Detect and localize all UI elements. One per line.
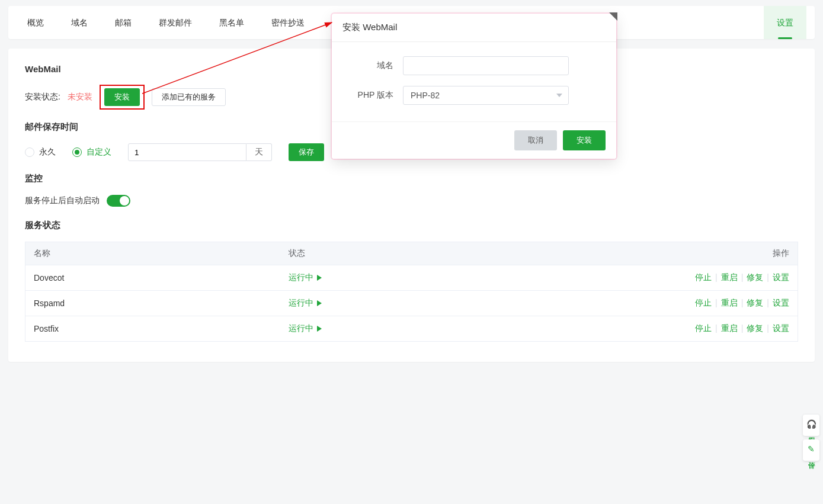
- svc-ops: 停止|重启|修复|设置: [628, 316, 798, 342]
- svc-stop-link[interactable]: 停止: [695, 298, 712, 307]
- svc-settings-link[interactable]: 设置: [773, 272, 789, 282]
- dialog-cancel-button[interactable]: 取消: [514, 130, 557, 150]
- radio-forever-label: 永久: [39, 147, 56, 158]
- separator: |: [767, 298, 769, 307]
- retention-value-input[interactable]: [128, 143, 246, 161]
- tab-blacklist[interactable]: 黑名单: [209, 6, 255, 39]
- tab-domain[interactable]: 域名: [60, 6, 98, 39]
- install-webmail-dialog: 安装 WebMail 域名 PHP 版本 PHP-82 取消 安装: [332, 14, 616, 159]
- dialog-domain-label: 域名: [346, 60, 403, 71]
- add-existing-button[interactable]: 添加已有的服务: [152, 88, 226, 106]
- svc-status-cell: 运行中: [280, 316, 628, 342]
- play-icon: [317, 275, 322, 281]
- svc-name: Dovecot: [25, 265, 280, 291]
- auto-restart-toggle[interactable]: [107, 195, 130, 207]
- svc-name: Postfix: [25, 316, 280, 342]
- dialog-domain-input[interactable]: [403, 56, 569, 75]
- tab-overview[interactable]: 概览: [17, 6, 55, 39]
- dialog-title-text: 安装 WebMail: [342, 22, 397, 32]
- svc-settings-link[interactable]: 设置: [773, 323, 789, 333]
- headset-icon: 🎧: [806, 419, 816, 429]
- install-button-highlight: 安装: [100, 85, 145, 110]
- svc-stop-link[interactable]: 停止: [695, 323, 712, 333]
- radio-dot-icon: [25, 147, 34, 157]
- install-status-label: 安装状态:: [25, 92, 60, 102]
- separator: |: [715, 298, 718, 307]
- dialog-php-value: PHP-82: [411, 91, 440, 100]
- play-icon: [317, 300, 322, 306]
- tab-bulk[interactable]: 群发邮件: [148, 6, 203, 39]
- table-row: Rspamd运行中停止|重启|修复|设置: [25, 291, 798, 316]
- chevron-down-icon: [556, 94, 562, 97]
- svc-settings-link[interactable]: 设置: [773, 298, 789, 307]
- col-name: 名称: [25, 242, 280, 265]
- svcstatus-title: 服务状态: [25, 220, 798, 231]
- svc-restart-link[interactable]: 重启: [721, 298, 738, 307]
- svc-repair-link[interactable]: 修复: [747, 323, 763, 333]
- feedback-tile[interactable]: ✎ 评价: [803, 439, 819, 461]
- svc-ops: 停止|重启|修复|设置: [628, 291, 798, 316]
- radio-dot-icon: [72, 147, 82, 157]
- separator: |: [767, 323, 769, 333]
- status-text: 运行中: [289, 272, 313, 283]
- monitor-title: 监控: [25, 173, 798, 184]
- play-icon: [317, 326, 322, 332]
- svc-stop-link[interactable]: 停止: [695, 272, 712, 282]
- edit-icon: ✎: [808, 444, 815, 454]
- svc-status-cell: 运行中: [280, 291, 628, 316]
- auto-restart-label: 服务停止后自动启动: [25, 195, 100, 206]
- retention-unit: 天: [246, 143, 272, 161]
- col-status: 状态: [280, 242, 628, 265]
- col-op: 操作: [628, 242, 798, 265]
- separator: |: [741, 323, 744, 333]
- status-text: 运行中: [289, 323, 313, 334]
- dialog-close-icon[interactable]: [609, 12, 617, 21]
- separator: |: [767, 272, 769, 282]
- tab-settings[interactable]: 设置: [777, 6, 793, 39]
- status-text: 运行中: [289, 298, 313, 309]
- dialog-php-select[interactable]: PHP-82: [403, 86, 569, 105]
- tab-mailbox[interactable]: 邮箱: [104, 6, 142, 39]
- dialog-title: 安装 WebMail: [332, 14, 616, 42]
- radio-custom-label: 自定义: [87, 147, 111, 158]
- separator: |: [715, 272, 718, 282]
- retention-save-button[interactable]: 保存: [289, 143, 324, 161]
- table-row: Dovecot运行中停止|重启|修复|设置: [25, 265, 798, 291]
- separator: |: [715, 323, 718, 333]
- tab-settings-wrap: 设置: [764, 6, 806, 39]
- table-row: Postfix运行中停止|重启|修复|设置: [25, 316, 798, 342]
- svc-repair-link[interactable]: 修复: [747, 272, 763, 282]
- install-status-value: 未安装: [68, 92, 92, 102]
- retention-input-group: 天: [128, 143, 272, 161]
- svc-status-cell: 运行中: [280, 265, 628, 291]
- svc-name: Rspamd: [25, 291, 280, 316]
- status-running: 运行中: [289, 298, 322, 309]
- svc-restart-link[interactable]: 重启: [721, 272, 738, 282]
- radio-forever[interactable]: 永久: [25, 147, 56, 158]
- status-running: 运行中: [289, 272, 322, 283]
- tab-bcc[interactable]: 密件抄送: [261, 6, 315, 39]
- support-tile[interactable]: 🎧 客服: [803, 415, 819, 436]
- dialog-confirm-button[interactable]: 安装: [563, 130, 606, 150]
- svc-restart-link[interactable]: 重启: [721, 323, 738, 333]
- separator: |: [741, 272, 744, 282]
- svc-ops: 停止|重启|修复|设置: [628, 265, 798, 291]
- install-button[interactable]: 安装: [104, 88, 140, 106]
- float-tiles: 🎧 客服 ✎ 评价: [803, 415, 819, 461]
- status-running: 运行中: [289, 323, 322, 334]
- radio-custom[interactable]: 自定义: [72, 147, 111, 158]
- separator: |: [741, 298, 744, 307]
- services-table: 名称 状态 操作 Dovecot运行中停止|重启|修复|设置Rspamd运行中停…: [25, 242, 798, 342]
- svc-repair-link[interactable]: 修复: [747, 298, 763, 307]
- dialog-php-label: PHP 版本: [346, 90, 403, 101]
